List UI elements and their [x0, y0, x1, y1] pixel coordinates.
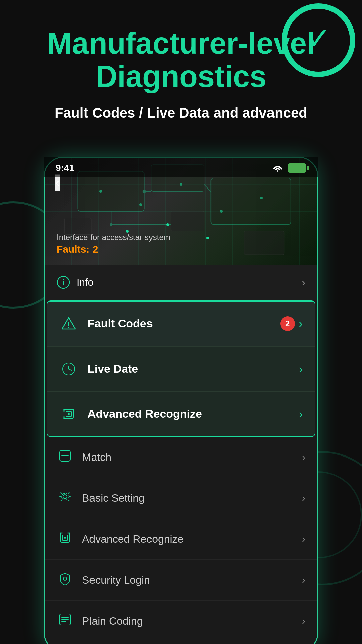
advanced-recognize-chevron-icon-2: ›	[302, 533, 305, 545]
faults-number: 2	[93, 244, 98, 255]
info-left: i Info	[57, 276, 94, 289]
fault-codes-badge: 2	[280, 316, 295, 331]
logo-area: ✓	[282, 3, 355, 77]
svg-point-37	[64, 537, 66, 539]
phone-mockup: 9:41	[44, 157, 318, 644]
info-chevron-icon: ›	[302, 276, 305, 289]
info-icon: i	[57, 276, 70, 289]
logo-ring: ✓	[282, 3, 355, 77]
faults-label-text: Faults:	[57, 244, 89, 255]
match-chevron-icon: ›	[302, 451, 305, 463]
menu-item-live-date[interactable]: Live Date ›	[47, 346, 315, 391]
svg-text:i: i	[62, 278, 64, 286]
phone-frame: 9:41	[44, 157, 318, 644]
bottom-section: Match › Basic Setting ›	[45, 437, 317, 644]
scan-icon	[59, 405, 78, 423]
svg-point-16	[68, 327, 69, 328]
bottom-item-plain-coding[interactable]: Plain Coding ›	[45, 601, 317, 641]
faults-count: Faults: 2	[57, 244, 305, 255]
highlighted-section: Fault Codes 2 ›	[47, 300, 315, 437]
svg-line-20	[69, 369, 71, 370]
live-date-right: ›	[299, 362, 303, 375]
fault-codes-label: Fault Codes	[87, 317, 153, 330]
bottom-item-match[interactable]: Match ›	[45, 437, 317, 478]
match-icon	[57, 449, 73, 466]
basic-setting-left: Basic Setting	[57, 490, 145, 506]
plain-coding-label: Plain Coding	[82, 615, 143, 627]
advanced-recognize-highlighted-label: Advanced Recognize	[87, 407, 202, 420]
live-date-chevron-icon: ›	[299, 362, 303, 375]
status-bar: 9:41	[44, 157, 318, 177]
bottom-item-advanced-recognize[interactable]: Advanced Recognize ›	[45, 519, 317, 560]
fault-codes-right: 2 ›	[280, 316, 303, 331]
svg-point-33	[63, 495, 67, 499]
advanced-recognize-right: ›	[299, 407, 303, 420]
status-icons	[272, 163, 306, 173]
basic-setting-label: Basic Setting	[82, 492, 145, 504]
advanced-recognize-left: Advanced Recognize	[59, 405, 202, 423]
fault-codes-left: Fault Codes	[59, 314, 153, 333]
plain-coding-left: Plain Coding	[57, 613, 143, 629]
interface-label: Interface for access/star system	[57, 233, 305, 242]
wifi-icon	[272, 164, 283, 172]
live-date-label: Live Date	[87, 362, 138, 375]
info-row[interactable]: i Info ›	[45, 265, 317, 300]
security-login-chevron-icon: ›	[302, 574, 305, 586]
live-date-left: Live Date	[59, 360, 138, 378]
gear-icon	[57, 490, 73, 506]
fault-codes-chevron-icon: ›	[299, 317, 303, 330]
info-label: Info	[77, 277, 94, 288]
svg-point-0	[277, 170, 278, 172]
bottom-item-basic-setting[interactable]: Basic Setting ›	[45, 478, 317, 519]
advanced-recognize-bottom-left: Advanced Recognize	[57, 531, 183, 547]
bottom-item-security-login[interactable]: Security Login ›	[45, 560, 317, 601]
menu-item-advanced-recognize-highlighted[interactable]: Advanced Recognize ›	[47, 391, 315, 436]
scan-icon-2	[57, 531, 73, 547]
back-button[interactable]: ‹	[55, 174, 60, 191]
shield-icon	[57, 572, 73, 588]
plain-coding-chevron-icon: ›	[302, 615, 305, 627]
list-icon	[57, 613, 73, 629]
status-time: 9:41	[56, 163, 74, 173]
chart-icon	[59, 360, 78, 378]
svg-point-42	[63, 577, 67, 580]
subtitle: Fault Codes / Live Data and advanced	[20, 103, 342, 123]
security-login-left: Security Login	[57, 572, 150, 588]
battery-icon	[288, 163, 306, 173]
match-label: Match	[82, 451, 111, 464]
svg-point-23	[68, 413, 70, 415]
warning-icon	[59, 314, 78, 333]
security-login-label: Security Login	[82, 574, 150, 586]
menu-item-fault-codes[interactable]: Fault Codes 2 ›	[47, 301, 315, 346]
basic-setting-chevron-icon: ›	[302, 492, 305, 504]
advanced-recognize-chevron-icon: ›	[299, 407, 303, 420]
match-left: Match	[57, 449, 111, 466]
logo-check-icon: ✓	[306, 23, 331, 54]
advanced-recognize-label: Advanced Recognize	[82, 533, 183, 545]
